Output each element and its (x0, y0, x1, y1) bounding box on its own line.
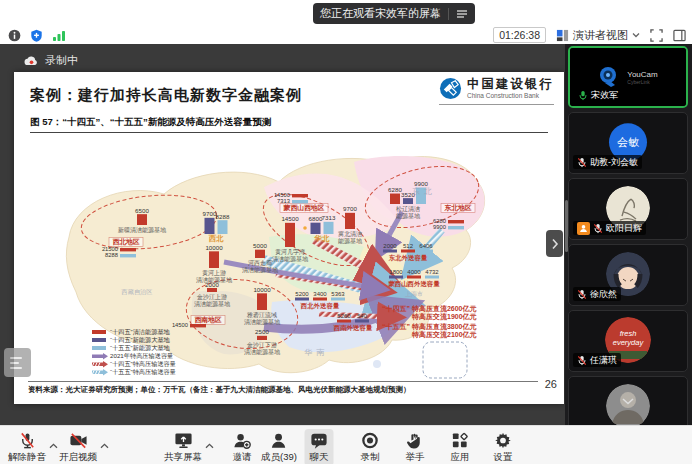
participant-tile-助教-刘会敏[interactable]: 会敏助教-刘会敏 (568, 112, 688, 174)
geo-name: 东北 (412, 187, 436, 196)
toolbar-invite-button[interactable]: 邀请 (228, 429, 257, 464)
slide-title: 案例：建行加持长高电新数字金融案例 (30, 86, 302, 105)
security-shield-icon[interactable] (30, 29, 43, 42)
members-icon (270, 431, 289, 450)
recording-label: 录制中 (45, 53, 78, 68)
base-bar-value: 8288 (216, 213, 230, 220)
base-bar (324, 222, 334, 234)
mic-muted-icon (577, 289, 587, 300)
base-name: 清洁能源基地 (272, 255, 309, 263)
toolbar-apps-button[interactable]: 应用 (446, 429, 475, 464)
flow-value: 3400 (313, 291, 327, 297)
participant-name: 助教-刘会敏 (590, 156, 638, 169)
toolbar-button-label: 应用 (451, 451, 470, 464)
region-tag-label: 西南地区 (194, 316, 221, 324)
base-bar (218, 220, 228, 234)
flow-value: 4732 (425, 269, 439, 275)
participant-tile-宋效军[interactable]: YouCam CyberLink宋效军 (568, 46, 688, 108)
gear-icon (494, 431, 513, 450)
base-bar-value: 10000 (253, 286, 271, 293)
recording-indicator: 录制中 (24, 53, 78, 68)
toolbar-button-label: 录制 (361, 451, 380, 464)
participant-name: 欧阳日辉 (606, 222, 642, 235)
base-name: 黄河上游 (202, 269, 226, 277)
region-tag-label: 西北地区 (112, 238, 139, 246)
meeting-toolbar: 解除静音开启视频共享屏幕邀请成员(39)聊天录制举手应用设置 离开会议 (0, 425, 692, 464)
region-tag-label: 东北地区 (443, 204, 471, 212)
meeting-info-icon[interactable] (8, 29, 21, 42)
watching-banner-text: 您正在观看宋效军的屏幕 (320, 6, 441, 21)
participant-name: 徐欣然 (590, 288, 617, 301)
legend-swatch (92, 338, 106, 342)
region-tag-bar (120, 254, 136, 257)
legend-arrow-head (103, 369, 108, 375)
view-mode-switch[interactable]: 演讲者视图 (556, 28, 640, 43)
toolbar-mic-off-button[interactable]: 解除静音 (3, 429, 51, 464)
toolbar-caret-icon[interactable] (100, 435, 109, 453)
base-bar (403, 198, 413, 204)
flow-label: 蒙西山西外送容量 (387, 280, 440, 288)
sidebar-scrollbar[interactable] (565, 200, 568, 252)
banner-menu-icon[interactable] (456, 8, 468, 20)
base-bar-value: 10000 (205, 244, 223, 251)
legend-arrow-head (103, 353, 108, 359)
toolbar-cam-off-button[interactable]: 开启视频 (54, 429, 102, 464)
flow-bar (419, 250, 433, 253)
base-bar-value: 7313 (322, 214, 336, 221)
network-signal-icon[interactable] (52, 29, 66, 42)
geo-name: 华南 (304, 348, 328, 357)
side-panel-toggle-icon[interactable] (673, 29, 686, 42)
svg-text:everyday: everyday (613, 338, 645, 347)
flow-value: 2000 (383, 243, 397, 249)
chevron-right-icon (551, 238, 559, 250)
flow-value: 540 (357, 313, 368, 319)
toolbar-record-button[interactable]: 录制 (356, 429, 385, 464)
flow-value: 6406 (419, 243, 433, 249)
participant-namebar: 欧阳日辉 (573, 221, 646, 235)
legend-arrow-head (103, 361, 108, 367)
toolbar-button-label: 聊天 (310, 451, 329, 464)
banner-divider (448, 8, 449, 20)
participant-namebar: 徐欣然 (573, 287, 621, 301)
map-region-name: 西北 (209, 234, 225, 243)
base-name: 清洁能源基地 (244, 348, 281, 356)
flow-value: 1800 (389, 269, 403, 275)
legend-label: “十四五”清洁能源基地 (110, 328, 171, 336)
participant-namebar: 宋效军 (574, 88, 622, 102)
region-tag-bar (120, 248, 136, 251)
participant-tile-more[interactable] (568, 376, 688, 425)
sidebar-collapse-handle[interactable] (546, 230, 563, 257)
participant-tile-欧阳日辉[interactable]: 欧阳日辉 (568, 178, 688, 240)
toolbar-members-button[interactable]: 成员(39) (256, 429, 302, 464)
participant-tile-徐欣然[interactable]: 徐欣然 (568, 244, 688, 306)
mic-muted-icon (577, 157, 587, 168)
screen-icon (174, 431, 193, 450)
region-tag-bar (448, 226, 464, 229)
base-name: 雅砻江流域 (246, 311, 277, 319)
apps-icon (451, 431, 470, 450)
base-name: 金沙江上游 (196, 293, 227, 301)
uhv-annotation: 特高压交流2100亿元 (411, 330, 477, 339)
region-tag-bar (292, 200, 308, 203)
base-bar (137, 214, 147, 225)
toolbar-chat-button[interactable]: 聊天 (305, 429, 334, 464)
annotation-tab[interactable] (4, 348, 31, 377)
flow-label: 东北外送容量 (388, 254, 428, 262)
participant-tile-任潇琪[interactable]: fresh everyday任潇琪 (568, 310, 688, 372)
collapse-videos-button[interactable] (615, 395, 641, 408)
base-name: 松辽清洁 (396, 205, 420, 213)
flow-value: 512 (403, 243, 414, 249)
fullscreen-icon[interactable] (650, 29, 663, 42)
hand-icon (406, 431, 425, 450)
shared-screen-area: 录制中 案例：建行加持长高电新数字金融案例 中国建设银行 China Const… (0, 44, 565, 425)
toolbar-gear-button[interactable]: 设置 (489, 429, 518, 464)
mic-off-icon (18, 431, 37, 450)
host-badge-icon (577, 222, 590, 235)
base-name: 清洁能源基地 (242, 266, 279, 274)
legend-label: “十五五”新能源大基地 (110, 344, 171, 352)
toolbar-screen-button[interactable]: 共享屏幕 (159, 429, 207, 464)
toolbar-caret-icon[interactable] (205, 435, 214, 453)
geo-name: 西藏自治区 (121, 288, 153, 296)
watching-banner[interactable]: 您正在观看宋效军的屏幕 (313, 3, 475, 24)
toolbar-hand-button[interactable]: 举手 (401, 429, 430, 464)
